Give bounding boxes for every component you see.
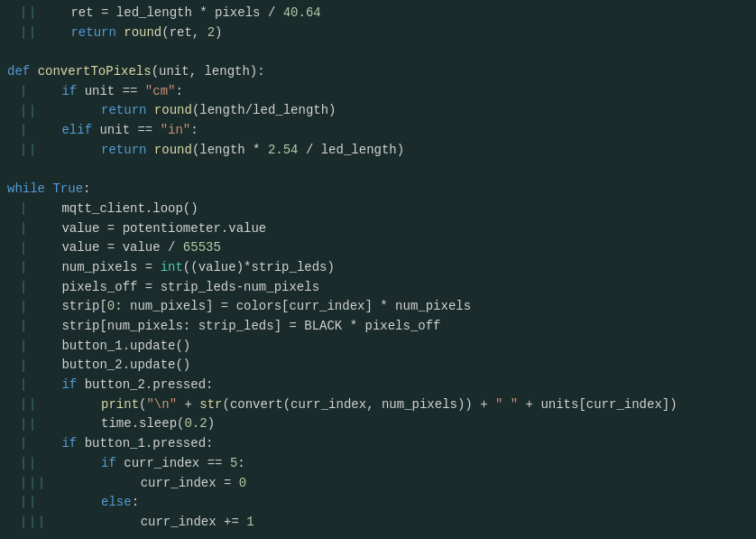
code-line: return round(length/led_length) bbox=[7, 103, 337, 117]
code-line: value = potentiometer.value bbox=[7, 221, 266, 236]
code-line: def convertToPixels(unit, length): bbox=[7, 64, 265, 79]
code-line: while True: bbox=[7, 181, 90, 196]
code-line: mqtt_client.loop() bbox=[7, 201, 198, 216]
code-line: value = value / 65535 bbox=[7, 240, 221, 255]
code-line: ret = led_length * pixels / 40.64 bbox=[7, 5, 321, 20]
code-line: return round(ret, 2) bbox=[7, 25, 223, 40]
code-line: if button_1.pressed: bbox=[7, 436, 213, 451]
code-line: button_2.update() bbox=[7, 358, 190, 372]
code-line: button_1.update() bbox=[7, 339, 190, 353]
code-line: curr_index += 1 bbox=[7, 515, 254, 529]
code-line: print("\n" + str(convert(curr_index, num… bbox=[7, 397, 678, 412]
code-line: if button_2.pressed: bbox=[7, 377, 213, 392]
code-line: pixels_off = strip_leds-num_pixels bbox=[7, 280, 319, 294]
code-line: if unit == "cm": bbox=[7, 84, 183, 98]
code-line: elif unit == "in": bbox=[7, 123, 198, 137]
code-line: strip[0: num_pixels] = colors[curr_index… bbox=[7, 299, 471, 313]
code-line: time.sleep(0.2) bbox=[7, 416, 215, 431]
code-line: strip[num_pixels: strip_leds] = BLACK * … bbox=[7, 319, 441, 333]
code-editor: ret = led_length * pixels / 40.64 return… bbox=[0, 0, 756, 539]
code-line: if curr_index == 5: bbox=[7, 456, 245, 470]
code-line: num_pixels = int((value)*strip_leds) bbox=[7, 260, 335, 274]
code-line: return round(length * 2.54 / led_length) bbox=[7, 143, 404, 157]
code-line: else: bbox=[7, 495, 139, 509]
code-line: curr_index = 0 bbox=[7, 476, 246, 490]
